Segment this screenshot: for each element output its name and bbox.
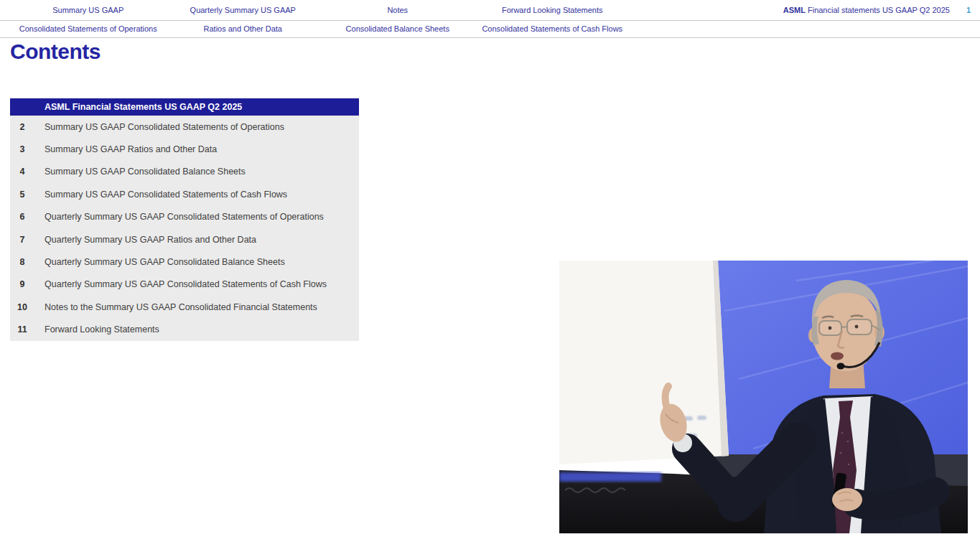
toc-row[interactable]: 3 Summary US GAAP Ratios and Other Data <box>10 138 359 160</box>
nav-link[interactable]: Summary US GAAP <box>11 6 166 15</box>
page-title: Contents <box>10 39 101 64</box>
document-title-rest: Financial statements US GAAP Q2 2025 <box>806 6 950 14</box>
toc-row-title: Quarterly Summary US GAAP Ratios and Oth… <box>45 235 256 245</box>
toc-row-title: Notes to the Summary US GAAP Consolidate… <box>45 302 317 312</box>
nav-link[interactable]: Consolidated Balance Sheets <box>320 24 475 34</box>
toc-row[interactable]: 5 Summary US GAAP Consolidated Statement… <box>10 183 359 205</box>
nav-link[interactable]: Consolidated Statements of Cash Flows <box>475 24 630 34</box>
page-number: 1 <box>966 6 971 14</box>
toc-row[interactable]: 2 Summary US GAAP Consolidated Statement… <box>10 116 359 138</box>
toc-body: 2 Summary US GAAP Consolidated Statement… <box>10 116 359 341</box>
toc-row-page-number: 6 <box>10 212 34 222</box>
top-navigation: Summary US GAAPQuarterly Summary US GAAP… <box>0 0 980 38</box>
mouth-open <box>831 352 844 360</box>
toc-row[interactable]: 11 Forward Looking Statements <box>10 319 359 341</box>
presenter-photo <box>559 261 968 533</box>
nav-link[interactable]: Ratios and Other Data <box>166 24 321 34</box>
toc-row[interactable]: 8 Quarterly Summary US GAAP Consolidated… <box>10 251 359 273</box>
nav-link[interactable]: Forward Looking Statements <box>475 6 630 15</box>
toc-row-title: Quarterly Summary US GAAP Consolidated S… <box>45 212 324 222</box>
toc-row-page-number: 10 <box>10 302 34 312</box>
toc-header: ASML Financial Statements US GAAP Q2 202… <box>10 98 359 116</box>
toc-row-page-number: 2 <box>10 122 34 132</box>
toc-row-title: Quarterly Summary US GAAP Consolidated B… <box>45 257 285 267</box>
eye-left <box>829 327 832 330</box>
toc-row-page-number: 11 <box>10 324 34 335</box>
nav-link[interactable]: Consolidated Statements of Operations <box>11 24 166 34</box>
projection-screen <box>559 261 729 464</box>
nav-links-secondary: Consolidated Statements of OperationsRat… <box>11 24 630 34</box>
nav-links-primary: Summary US GAAPQuarterly Summary US GAAP… <box>11 6 630 15</box>
desk-monitor-glow <box>559 472 661 482</box>
toc-row[interactable]: 9 Quarterly Summary US GAAP Consolidated… <box>10 273 359 296</box>
nav-link[interactable]: Quarterly Summary US GAAP <box>166 6 321 15</box>
headset-mic-tip <box>837 363 845 370</box>
toc-row-page-number: 4 <box>10 167 34 177</box>
toc-row-page-number: 7 <box>10 235 34 245</box>
nav-row-primary: Summary US GAAPQuarterly Summary US GAAP… <box>0 0 980 21</box>
toc-row[interactable]: 6 Quarterly Summary US GAAP Consolidated… <box>10 206 359 228</box>
toc-row-title: Quarterly Summary US GAAP Consolidated S… <box>45 279 327 289</box>
document-header: ASML Financial statements US GAAP Q2 202… <box>783 6 971 14</box>
document-title: ASML Financial statements US GAAP Q2 202… <box>783 6 950 14</box>
toc-row-page-number: 8 <box>10 257 34 267</box>
toc-row[interactable]: 10 Notes to the Summary US GAAP Consolid… <box>10 296 359 318</box>
glasses <box>819 319 880 335</box>
toc-row-title: Summary US GAAP Ratios and Other Data <box>45 144 217 154</box>
toc-row-title: Summary US GAAP Consolidated Balance She… <box>45 167 246 177</box>
nav-link[interactable]: Notes <box>320 6 475 15</box>
document-title-brand: ASML <box>783 6 806 14</box>
toc-row-title: Forward Looking Statements <box>45 324 159 335</box>
toc-row-title: Summary US GAAP Consolidated Statements … <box>45 190 287 200</box>
presenter-photo-illustration <box>559 261 968 533</box>
toc-row-title: Summary US GAAP Consolidated Statements … <box>45 122 284 132</box>
nav-row-secondary: Consolidated Statements of OperationsRat… <box>0 21 980 38</box>
table-of-contents: ASML Financial Statements US GAAP Q2 202… <box>10 98 359 341</box>
toc-row-page-number: 5 <box>10 190 34 200</box>
suit-sleeve-right <box>857 492 935 506</box>
toc-row-page-number: 9 <box>10 279 34 289</box>
toc-row[interactable]: 7 Quarterly Summary US GAAP Ratios and O… <box>10 228 359 251</box>
eye-right <box>855 325 859 329</box>
toc-row[interactable]: 4 Summary US GAAP Consolidated Balance S… <box>10 161 359 183</box>
toc-row-page-number: 3 <box>10 144 34 154</box>
